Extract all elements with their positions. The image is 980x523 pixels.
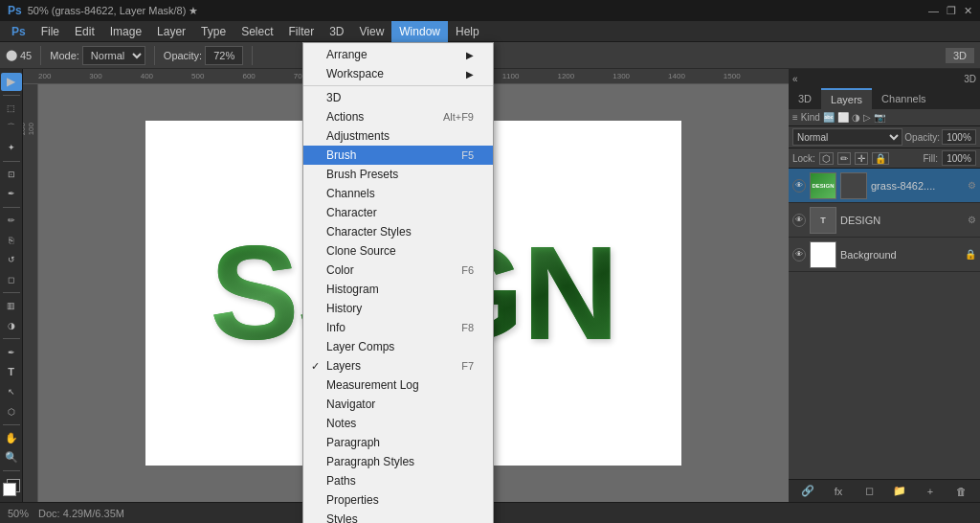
layer-row[interactable]: 👁 DESIGN grass-8462.... ⚙: [789, 169, 980, 203]
tool-marquee[interactable]: ⬚: [1, 100, 22, 118]
menu-window[interactable]: Window: [391, 21, 448, 42]
layer-visibility-toggle[interactable]: 👁: [792, 179, 806, 193]
kind-filter-smart: 📷: [874, 112, 885, 123]
menu-ps[interactable]: Ps: [4, 21, 33, 42]
menu-layer[interactable]: Layer: [149, 21, 193, 42]
tool-move[interactable]: ▶: [1, 73, 22, 91]
tool-pen[interactable]: ✒: [1, 343, 22, 361]
separator2: [154, 46, 155, 65]
menu-channels[interactable]: Channels: [303, 184, 493, 203]
layer-row[interactable]: 👁 T DESIGN ⚙: [789, 203, 980, 238]
menu-notes[interactable]: Notes: [303, 414, 493, 433]
menu-layer-comps[interactable]: Layer Comps: [303, 337, 493, 356]
menu-color[interactable]: Color F6: [303, 261, 493, 280]
menu-workspace[interactable]: Workspace ▶: [303, 64, 493, 83]
tool-hand[interactable]: ✋: [1, 429, 22, 447]
layer-row[interactable]: 👁 Background 🔒: [789, 238, 980, 272]
menu-brush[interactable]: Brush F5: [303, 146, 493, 165]
kind-filter-pixel: ⬜: [837, 112, 849, 123]
menu-paragraph-styles[interactable]: Paragraph Styles: [303, 452, 493, 471]
lock-transparent-icon[interactable]: ⬡: [819, 152, 834, 165]
add-style-button[interactable]: fx: [830, 483, 847, 500]
tool-eyedropper[interactable]: ✒: [1, 185, 22, 203]
tool-crop[interactable]: ⊡: [1, 165, 22, 183]
menu-3d-item[interactable]: 3D: [303, 88, 493, 107]
menu-clone-source[interactable]: Clone Source: [303, 241, 493, 261]
tab-channels[interactable]: Channels: [872, 88, 935, 109]
layer-lock-icon: 🔒: [965, 249, 976, 260]
menu-paragraph[interactable]: Paragraph: [303, 433, 493, 452]
menu-styles[interactable]: Styles: [303, 510, 493, 523]
new-group-button[interactable]: 📁: [891, 483, 908, 500]
layer-thumbnail: [810, 241, 836, 268]
tool-eraser[interactable]: ◻: [1, 271, 22, 289]
tool-path-selection[interactable]: ↖: [1, 383, 22, 401]
menu-view[interactable]: View: [352, 21, 392, 42]
menu-character[interactable]: Character: [303, 203, 493, 222]
opacity-input2[interactable]: [942, 129, 976, 145]
panel-collapse-icon[interactable]: «: [792, 74, 798, 84]
menu-paths[interactable]: Paths: [303, 471, 493, 490]
tool-gradient[interactable]: ▥: [1, 297, 22, 315]
menu-adjustments[interactable]: Adjustments: [303, 126, 493, 146]
tool-zoom[interactable]: 🔍: [1, 448, 22, 466]
menu-measurement-log[interactable]: Measurement Log: [303, 375, 493, 395]
layer-visibility-toggle[interactable]: 👁: [792, 214, 806, 227]
lock-image-icon[interactable]: ✏: [837, 152, 851, 165]
minimize-button[interactable]: —: [928, 5, 939, 17]
menu-navigator[interactable]: Navigator: [303, 395, 493, 414]
layer-visibility-toggle[interactable]: 👁: [792, 248, 806, 262]
close-button[interactable]: ✕: [964, 5, 972, 17]
link-layers-button[interactable]: 🔗: [799, 483, 816, 500]
menu-layers[interactable]: Layers F7: [303, 356, 493, 375]
menu-select[interactable]: Select: [234, 21, 280, 42]
lock-all-icon[interactable]: 🔒: [872, 152, 889, 165]
tool-dodge[interactable]: ◑: [1, 317, 22, 335]
tool-shape[interactable]: ⬡: [1, 402, 22, 421]
kind-filter-adjust: ◑: [852, 112, 860, 123]
menu-3d[interactable]: 3D: [322, 21, 351, 42]
blend-mode-select[interactable]: Normal: [792, 128, 902, 146]
tool-brush[interactable]: ✏: [1, 212, 22, 230]
zoom-level: 50%: [8, 508, 29, 519]
tab-layers[interactable]: Layers: [821, 88, 872, 109]
fill-input[interactable]: [942, 150, 976, 166]
layer-options-icon[interactable]: ⚙: [968, 180, 976, 191]
tool-history-brush[interactable]: ↺: [1, 251, 22, 269]
menu-type[interactable]: Type: [193, 21, 234, 42]
kind-filter-shape: ▷: [863, 112, 871, 123]
mode-select[interactable]: Normal: [82, 46, 145, 65]
tool-separator7: [3, 470, 20, 471]
menu-arrange[interactable]: Arrange ▶: [303, 45, 493, 64]
menu-file[interactable]: File: [33, 21, 67, 42]
menu-actions[interactable]: Actions Alt+F9: [303, 107, 493, 126]
lock-position-icon[interactable]: ✛: [855, 152, 868, 165]
separator3: [252, 46, 253, 65]
menu-image[interactable]: Image: [102, 21, 149, 42]
menu-info[interactable]: Info F8: [303, 318, 493, 337]
menu-brush-presets[interactable]: Brush Presets: [303, 165, 493, 184]
maximize-button[interactable]: ❐: [947, 5, 956, 17]
menu-properties[interactable]: Properties: [303, 490, 493, 510]
blend-row: Normal Opacity:: [789, 126, 980, 148]
tool-clone[interactable]: ⎘: [1, 231, 22, 249]
title-bar-right[interactable]: — ❐ ✕: [928, 5, 972, 17]
tool-lasso[interactable]: ⌒: [1, 119, 22, 137]
menu-character-styles[interactable]: Character Styles: [303, 222, 493, 241]
new-layer-button[interactable]: +: [922, 483, 939, 500]
tool-magic-wand[interactable]: ✦: [1, 139, 22, 157]
tab-3d[interactable]: 3D: [789, 88, 821, 109]
delete-layer-button[interactable]: 🗑: [952, 483, 969, 500]
opacity-input[interactable]: [205, 46, 243, 65]
add-mask-button[interactable]: ◻: [860, 483, 878, 500]
menu-history[interactable]: History: [303, 299, 493, 318]
background-color[interactable]: [3, 483, 16, 496]
menu-filter[interactable]: Filter: [280, 21, 322, 42]
menu-help[interactable]: Help: [448, 21, 487, 42]
menu-edit[interactable]: Edit: [67, 21, 102, 42]
tool-text[interactable]: T: [1, 363, 22, 381]
menu-histogram[interactable]: Histogram: [303, 280, 493, 299]
layers-options: Lock: ⬡ ✏ ✛ 🔒 Fill:: [789, 148, 980, 169]
layers-panel: ≡ Kind 🔤 ⬜ ◑ ▷ 📷 Normal Opacity:: [789, 109, 980, 502]
layer-options-icon[interactable]: ⚙: [968, 215, 976, 225]
